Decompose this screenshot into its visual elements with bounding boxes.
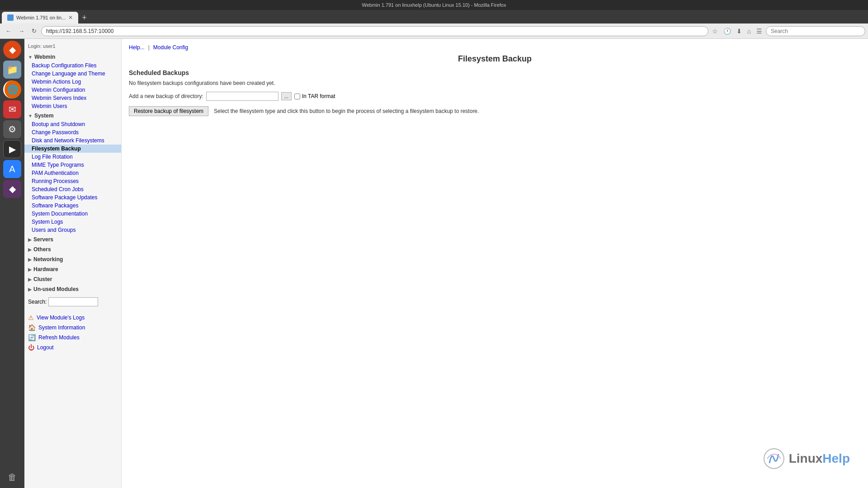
sidebar-section-webmin-header[interactable]: ▼ Webmin (24, 52, 121, 61)
sidebar-item-webmin-users[interactable]: Webmin Users (24, 102, 121, 110)
taskbar-files-icon[interactable]: 📁 (3, 61, 21, 79)
sidebar-item-webmin-config[interactable]: Webmin Configuration (24, 86, 121, 94)
taskbar-purple-icon[interactable]: ◆ (3, 180, 21, 198)
menu-icon[interactable]: ☰ (755, 27, 764, 36)
hardware-arrow-icon: ▶ (28, 267, 32, 272)
new-tab-button[interactable]: + (78, 13, 90, 23)
sidebar-search-row: Search: (24, 295, 121, 309)
networking-arrow-icon: ▶ (28, 257, 32, 262)
sidebar-section-hardware-label: Hardware (33, 266, 58, 272)
sidebar-section-networking: ▶ Networking (24, 255, 121, 264)
browser-tab[interactable]: Webmin 1.791 on lin... ✕ (2, 12, 78, 23)
sidebar-section-unused: ▶ Un-used Modules (24, 285, 121, 294)
sidebar-item-pam[interactable]: PAM Authentication (24, 169, 121, 177)
tar-format-row: In TAR format (294, 93, 335, 99)
sidebar-section-servers-header[interactable]: ▶ Servers (24, 235, 121, 244)
module-config-link[interactable]: Module Config (153, 44, 188, 51)
sidebar-section-others-header[interactable]: ▶ Others (24, 245, 121, 254)
taskbar-trash-icon[interactable]: 🗑 (3, 468, 21, 486)
sidebar-section-cluster-header[interactable]: ▶ Cluster (24, 275, 121, 284)
taskbar-browser-icon[interactable]: 🌐 (3, 80, 21, 99)
sidebar-section-networking-label: Networking (33, 256, 63, 263)
sidebar-item-servers-index[interactable]: Webmin Servers Index (24, 94, 121, 102)
taskbar-ubuntu-icon[interactable]: ◆ (3, 41, 21, 59)
nav-bar: ← → ↻ ☆ 🕐 ⬇ ⌂ ☰ (0, 23, 868, 39)
footer-refresh-modules[interactable]: 🔄 Refresh Modules (28, 333, 118, 343)
sidebar-section-webmin: ▼ Webmin Backup Configuration Files Chan… (24, 52, 121, 110)
sidebar-section-servers-label: Servers (33, 236, 53, 243)
taskbar-text-icon[interactable]: A (3, 160, 21, 178)
main-container: ◆ 📁 🌐 ✉ ⚙ ▶ A ◆ 🗑 Login: user1 ▼ Webmin … (0, 39, 868, 488)
footer-refresh-modules-label: Refresh Modules (38, 334, 80, 341)
taskbar-settings-icon[interactable]: ⚙ (3, 120, 21, 138)
sidebar-item-change-passwords[interactable]: Change Passwords (24, 128, 121, 136)
sidebar-section-servers: ▶ Servers (24, 235, 121, 244)
footer-logout-label: Logout (37, 344, 54, 351)
sidebar-section-cluster: ▶ Cluster (24, 275, 121, 284)
sidebar-item-mime[interactable]: MIME Type Programs (24, 161, 121, 169)
sidebar-item-log-rotation[interactable]: Log File Rotation (24, 153, 121, 161)
taskbar-terminal-icon[interactable]: ▶ (3, 140, 21, 158)
restore-row: Restore backup of filesystem Select the … (129, 106, 861, 116)
tab-close-button[interactable]: ✕ (68, 14, 73, 21)
unused-arrow-icon: ▶ (28, 287, 32, 292)
sidebar-item-actions-log[interactable]: Webmin Actions Log (24, 78, 121, 86)
watermark-text: LinuxHelp (789, 451, 850, 466)
sidebar-search-input[interactable] (48, 297, 98, 306)
taskbar-mail-icon[interactable]: ✉ (3, 100, 21, 118)
sidebar-section-system-header[interactable]: ▼ System (24, 111, 121, 120)
tar-format-checkbox[interactable] (294, 94, 300, 99)
add-backup-input[interactable] (206, 92, 278, 101)
sidebar-item-change-language[interactable]: Change Language and Theme (24, 70, 121, 78)
add-backup-label: Add a new backup of directory: (129, 93, 203, 99)
sidebar-item-bootup[interactable]: Bootup and Shutdown (24, 120, 121, 128)
sidebar-section-hardware-header[interactable]: ▶ Hardware (24, 265, 121, 274)
bookmark-icon[interactable]: ☆ (710, 27, 720, 36)
warning-icon: ⚠ (28, 314, 34, 321)
forward-button[interactable]: → (16, 26, 27, 36)
sidebar-section-system-label: System (34, 113, 54, 119)
home-icon[interactable]: ⌂ (745, 27, 753, 36)
search-input[interactable] (766, 26, 865, 36)
add-backup-row: Add a new backup of directory: ... In TA… (129, 92, 861, 101)
section-title: Scheduled Backups (129, 69, 861, 76)
sidebar-section-others-label: Others (33, 246, 51, 253)
footer-logout[interactable]: ⏻ Logout (28, 343, 118, 352)
separator: | (148, 44, 150, 51)
info-icon: 🏠 (28, 324, 36, 331)
sidebar-item-cron[interactable]: Scheduled Cron Jobs (24, 185, 121, 193)
sidebar: Login: user1 ▼ Webmin Backup Configurati… (24, 39, 122, 488)
sidebar-item-backup-config[interactable]: Backup Configuration Files (24, 61, 121, 70)
sidebar-item-users-groups[interactable]: Users and Groups (24, 226, 121, 234)
taskbar: ◆ 📁 🌐 ✉ ⚙ ▶ A ◆ 🗑 (0, 39, 24, 488)
nav-icons: ☆ 🕐 ⬇ ⌂ ☰ (710, 27, 764, 36)
sidebar-user-label: Login: user1 (24, 42, 121, 52)
sidebar-item-filesystem-backup[interactable]: Filesystem Backup (24, 145, 121, 153)
sidebar-item-running-processes[interactable]: Running Processes (24, 177, 121, 185)
footer-view-logs[interactable]: ⚠ View Module's Logs (28, 313, 118, 323)
browse-button[interactable]: ... (281, 92, 292, 100)
sidebar-item-software-updates[interactable]: Software Package Updates (24, 193, 121, 202)
address-bar[interactable] (41, 26, 708, 36)
tab-bar: Webmin 1.791 on lin... ✕ + (0, 10, 868, 23)
footer-system-info[interactable]: 🏠 System Information (28, 323, 118, 333)
sidebar-search-label: Search: (28, 299, 47, 305)
restore-hint: Select the filesystem type and click thi… (214, 108, 479, 114)
history-icon[interactable]: 🕐 (722, 27, 733, 36)
sidebar-section-networking-header[interactable]: ▶ Networking (24, 255, 121, 264)
no-backups-message: No filesystem backups configurations hav… (129, 80, 861, 86)
sidebar-section-cluster-label: Cluster (33, 276, 52, 282)
help-link[interactable]: Help... (129, 44, 145, 51)
refresh-icon: 🔄 (28, 334, 36, 341)
sidebar-item-system-logs[interactable]: System Logs (24, 218, 121, 226)
sidebar-section-unused-header[interactable]: ▶ Un-used Modules (24, 285, 121, 294)
title-bar: Webmin 1.791 on linuxhelp (Ubuntu Linux … (0, 0, 868, 10)
back-button[interactable]: ← (3, 26, 14, 36)
sidebar-item-system-docs[interactable]: System Documentation (24, 210, 121, 218)
sidebar-item-software-packages[interactable]: Software Packages (24, 202, 121, 210)
restore-button[interactable]: Restore backup of filesystem (129, 106, 208, 116)
reload-button[interactable]: ↻ (29, 26, 39, 36)
sidebar-section-webmin-label: Webmin (34, 54, 55, 60)
sidebar-item-disk-network[interactable]: Disk and Network Filesystems (24, 136, 121, 145)
download-icon[interactable]: ⬇ (735, 27, 744, 36)
